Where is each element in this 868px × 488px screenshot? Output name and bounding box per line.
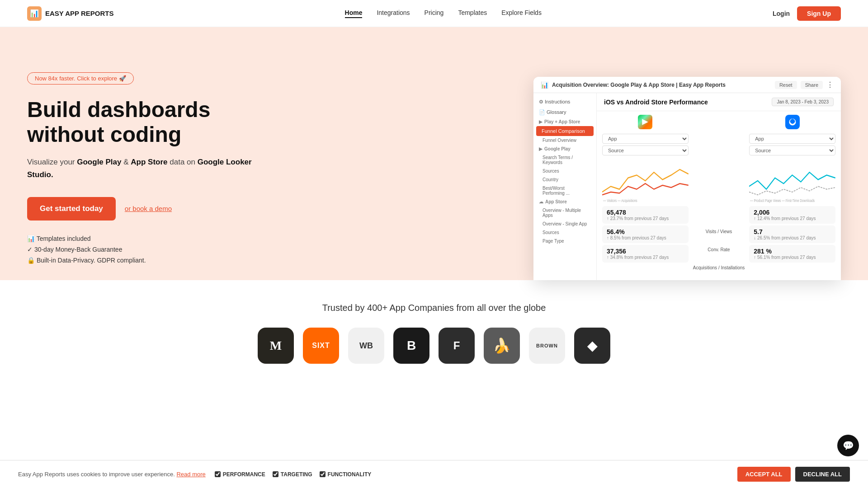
hero-cta: Get started today or book a demo	[27, 197, 262, 221]
sidebar-sources-play[interactable]: Sources	[533, 167, 596, 175]
sidebar-instructions[interactable]: ⚙ Instructions	[533, 97, 596, 107]
hero-subtitle: Visualize your Google Play & App Store d…	[27, 156, 262, 180]
date-range[interactable]: Jan 8, 2023 - Feb 3, 2023	[772, 98, 834, 106]
nav-links: Home Integrations Pricing Templates Expl…	[345, 9, 542, 18]
sidebar-group-play-app: ▶ Play + App Store	[533, 117, 596, 126]
get-started-button[interactable]: Get started today	[27, 197, 116, 221]
nav-actions: Login Sign Up	[773, 6, 841, 21]
dashboard-title: Acquisition Overview: Google Play & App …	[552, 82, 726, 88]
hero-right: 📊 Acquisition Overview: Google Play & Ap…	[262, 77, 841, 280]
nav-explore-fields[interactable]: Explore Fields	[501, 9, 542, 18]
left-source-select[interactable]: Source	[602, 145, 689, 155]
dashboard-topbar: 📊 Acquisition Overview: Google Play & Ap…	[533, 77, 841, 93]
signup-button[interactable]: Sign Up	[797, 6, 841, 21]
reset-button[interactable]: Reset	[775, 81, 797, 89]
more-icon[interactable]: ⋮	[826, 80, 834, 89]
navbar: 📊 EASY APP REPORTS Home Integrations Pri…	[0, 0, 868, 27]
svg-text:— Product Page Views  — First-: — Product Page Views — First-Time Downlo…	[750, 199, 815, 203]
center-label-conv: Conv. Rate	[693, 241, 745, 258]
sidebar-best-worst[interactable]: Best/Worst Performing ...	[533, 184, 596, 197]
hero-title: Build dashboards without coding	[27, 97, 262, 147]
logo-row: M SIXT WB B F 🍌 BROWN ◆	[27, 328, 841, 364]
main-chart-title: iOS vs Android Store Performance	[604, 99, 708, 106]
sidebar-group-google-play: ▶ Google Play	[533, 145, 596, 153]
logo-mcdonalds: M	[258, 328, 294, 364]
hero-section: Now 84x faster. Click to explore 🚀 Build…	[0, 27, 868, 280]
center-label-visits: Visits / Views	[693, 223, 745, 239]
right-app-select[interactable]: App	[749, 134, 835, 144]
nav-home[interactable]: Home	[345, 9, 363, 18]
logo-b: B	[393, 328, 429, 364]
feature-guarantee: ✓ 30-day Money-Back Guarantee	[27, 246, 262, 253]
logo-f: F	[439, 328, 475, 364]
share-button[interactable]: Share	[801, 81, 823, 89]
sidebar-overview-multiple[interactable]: Overview - Multiple Apps	[533, 206, 596, 220]
dashboard-body: ⚙ Instructions 📄 Glossary ▶ Play + App S…	[533, 93, 841, 280]
sidebar-sources-store[interactable]: Sources	[533, 228, 596, 237]
feature-templates: 📊 Templates included	[27, 235, 262, 242]
logo-sixt: SIXT	[303, 328, 339, 364]
stat-conv-left: 56.4% ↑ 8.5% from previous 27 days	[602, 225, 689, 243]
svg-text:— Visitors  — Acquisitions: — Visitors — Acquisitions	[603, 199, 637, 203]
book-demo-button[interactable]: or book a demo	[125, 205, 172, 212]
dashboard-main-header: iOS vs Android Store Performance Jan 8, …	[597, 93, 841, 111]
dashboard-main: iOS vs Android Store Performance Jan 8, …	[597, 93, 841, 280]
logo-wb: WB	[348, 328, 384, 364]
sidebar-search-terms[interactable]: Search Terms / Keywords	[533, 153, 596, 167]
hero-features: 📊 Templates included ✓ 30-day Money-Back…	[27, 235, 262, 264]
sidebar-funnel-overview[interactable]: Funnel Overview	[533, 136, 596, 145]
trusted-title: Trusted by 400+ App Companies from all o…	[27, 303, 841, 313]
nav-pricing[interactable]: Pricing	[425, 9, 444, 18]
logo-diamond: ◆	[574, 328, 610, 364]
right-source-select[interactable]: Source	[749, 145, 835, 155]
logo-brown: BROWN	[529, 328, 565, 364]
feature-privacy: 🔒 Built-in Data-Privacy. GDPR compliant.	[27, 257, 262, 264]
sidebar-group-app-store: ☁ App Store	[533, 197, 596, 206]
login-button[interactable]: Login	[773, 10, 790, 17]
right-chart: — Product Page Views — First-Time Downlo…	[749, 158, 835, 203]
left-app-select[interactable]: App	[602, 134, 689, 144]
logo-icon: 📊	[27, 6, 42, 21]
logo[interactable]: 📊 EASY APP REPORTS	[27, 6, 113, 21]
sidebar-glossary[interactable]: 📄 Glossary	[533, 107, 596, 117]
nav-templates[interactable]: Templates	[458, 9, 487, 18]
sidebar-country[interactable]: Country	[533, 175, 596, 184]
stat-visits-right: 2,006 ↑ 12.4% from previous 27 days	[749, 206, 835, 224]
nav-integrations[interactable]: Integrations	[377, 9, 410, 18]
sidebar-funnel-comparison[interactable]: Funnel Comparison	[536, 126, 594, 136]
stat-visits-left: 65,478 ↑ 23.7% from previous 27 days	[602, 206, 689, 224]
trusted-section: Trusted by 400+ App Companies from all o…	[0, 280, 868, 377]
topbar-actions: Reset Share ⋮	[775, 80, 834, 89]
logo-text: EASY APP REPORTS	[45, 9, 113, 17]
left-chart: — Visitors — Acquisitions	[602, 158, 689, 203]
hero-badge[interactable]: Now 84x faster. Click to explore 🚀	[27, 72, 134, 84]
stat-conv-right: 5.7 ↓ 26.5% from previous 27 days	[749, 225, 835, 243]
stat-acq-left: 37,356 ↑ 34.8% from previous 27 days	[602, 245, 689, 263]
sidebar-overview-single[interactable]: Overview - Single App	[533, 220, 596, 228]
logo-banana: 🍌	[484, 328, 520, 364]
stat-acq-right: 281 % ↑ 56.1% from previous 27 days	[749, 245, 835, 263]
hero-left: Now 84x faster. Click to explore 🚀 Build…	[27, 54, 262, 264]
sidebar-page-type[interactable]: Page Type	[533, 237, 596, 245]
dashboard-preview: 📊 Acquisition Overview: Google Play & Ap…	[533, 77, 841, 280]
dashboard-sidebar: ⚙ Instructions 📄 Glossary ▶ Play + App S…	[533, 93, 597, 280]
center-label-acq: Acquisitions / Installations	[693, 259, 745, 276]
